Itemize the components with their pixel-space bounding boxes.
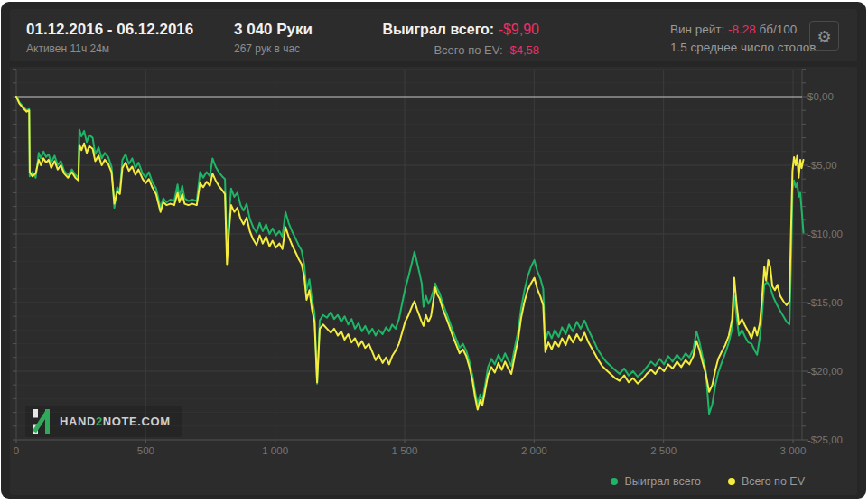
x-axis-tick-label: 1 500 bbox=[392, 445, 418, 456]
y-axis-tick-label: -$5,00 bbox=[807, 160, 837, 171]
x-axis-tick-label: 500 bbox=[137, 445, 154, 456]
legend-label: Всего по EV bbox=[742, 475, 805, 488]
logo-text-post: NOTE.COM bbox=[103, 415, 171, 428]
series-line-won-total bbox=[16, 97, 804, 414]
y-axis-tick-label: $0,00 bbox=[807, 91, 834, 102]
green-series-dot-icon bbox=[611, 478, 618, 485]
x-axis-tick-label: 1 000 bbox=[262, 445, 288, 456]
hand2note-logo-icon bbox=[32, 409, 51, 434]
x-axis-tick-label: 0 bbox=[14, 445, 19, 456]
yellow-series-dot-icon bbox=[728, 478, 735, 485]
y-axis-tick-label: -$25,00 bbox=[807, 434, 843, 445]
legend-label: Выиграл всего bbox=[624, 475, 700, 488]
app-window: 01.12.2016 - 06.12.2016 Активен 11ч 24м … bbox=[1, 2, 866, 499]
y-axis-tick-label: -$15,00 bbox=[807, 297, 843, 308]
hand2note-logo-text: HAND2NOTE.COM bbox=[60, 415, 171, 428]
chart-legend: Выиграл всего Всего по EV bbox=[611, 475, 805, 488]
legend-item-won-total[interactable]: Выиграл всего bbox=[611, 475, 700, 488]
legend-item-ev-total[interactable]: Всего по EV bbox=[728, 475, 805, 488]
x-axis-tick-label: 2 000 bbox=[521, 445, 547, 456]
y-axis-tick-label: -$20,00 bbox=[807, 366, 843, 377]
x-axis-tick-label: 2 500 bbox=[650, 445, 677, 456]
y-axis-tick-label: -$10,00 bbox=[807, 229, 843, 239]
logo-text-accent: 2 bbox=[96, 415, 103, 428]
x-axis-tick-label: 3 000 bbox=[780, 445, 807, 456]
logo-text-pre: HAND bbox=[60, 415, 96, 428]
series-line-ev-total bbox=[16, 97, 804, 410]
hand2note-watermark: HAND2NOTE.COM bbox=[25, 406, 182, 437]
